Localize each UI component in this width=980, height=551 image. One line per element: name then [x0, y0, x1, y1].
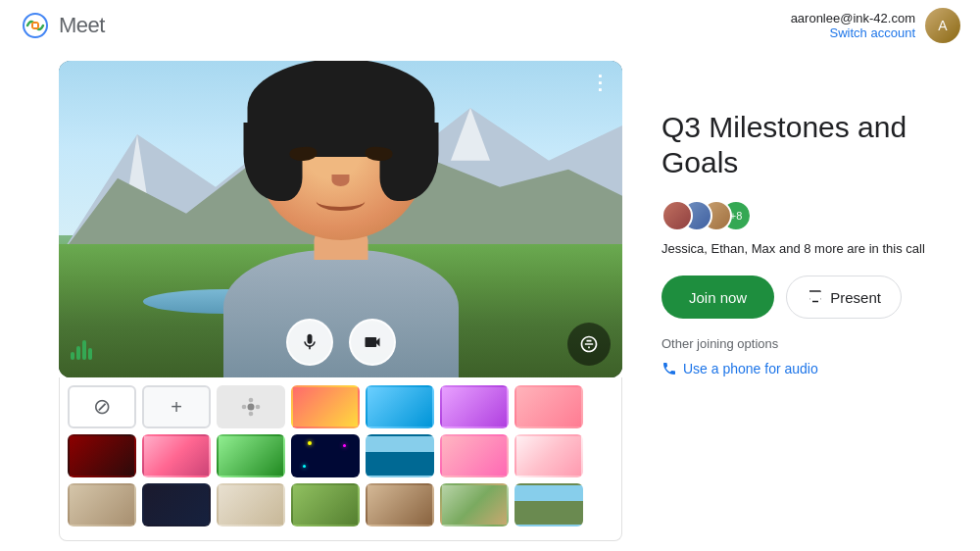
meeting-title: Q3 Milestones and Goals [662, 110, 951, 180]
svg-point-8 [248, 404, 255, 411]
present-label: Present [830, 289, 881, 306]
bg-beach-option[interactable] [366, 385, 434, 428]
svg-point-12 [249, 412, 254, 417]
app-title: Meet [59, 13, 105, 38]
join-buttons-group: Join now Present [662, 276, 951, 319]
bg-blur-option[interactable] [217, 385, 285, 428]
bg-room1-option[interactable] [68, 483, 136, 526]
account-section: aaronlee@ink-42.com Switch account A [791, 8, 960, 43]
bg-room2-option[interactable] [217, 483, 285, 526]
effects-button[interactable] [567, 323, 611, 366]
bg-fireworks-option[interactable] [291, 434, 360, 477]
bg-nature-option[interactable] [217, 434, 285, 477]
bg-dark-red-option[interactable] [68, 434, 136, 477]
avatar[interactable]: A [925, 8, 960, 43]
account-info: aaronlee@ink-42.com Switch account [791, 11, 915, 40]
bg-mountains-option[interactable] [514, 483, 583, 526]
person-nose [332, 175, 350, 186]
svg-point-10 [256, 405, 261, 410]
more-options-button[interactable]: ⋮ [590, 71, 611, 94]
present-icon [807, 288, 824, 306]
meet-logo-icon [20, 10, 51, 41]
person-hair-left [243, 123, 302, 201]
bg-shelf-option[interactable] [366, 483, 434, 526]
blur-icon [237, 393, 265, 421]
video-preview: ⋮ [59, 61, 622, 377]
person-head [255, 69, 426, 240]
main-content: ⋮ [0, 51, 980, 551]
present-button[interactable]: Present [786, 276, 902, 319]
mic-icon [300, 332, 319, 352]
bg-sakura-option[interactable] [514, 434, 583, 477]
bg-floral-option[interactable] [142, 434, 211, 477]
bg-row-2 [68, 434, 613, 477]
bg-garden-option[interactable] [291, 483, 360, 526]
svg-point-11 [249, 398, 254, 403]
phone-audio-option[interactable]: Use a phone for audio [662, 361, 951, 376]
bg-row-1: ⊘ + [68, 385, 613, 428]
effects-icon [579, 334, 599, 354]
person-eye-right [365, 146, 393, 161]
join-now-button[interactable]: Join now [662, 276, 774, 319]
account-email: aaronlee@ink-42.com [791, 11, 915, 25]
bg-pink-option[interactable] [514, 385, 583, 428]
camera-button[interactable] [349, 319, 396, 366]
app-header: Meet aaronlee@ink-42.com Switch account … [0, 0, 980, 51]
video-controls [59, 319, 622, 366]
logo: Meet [20, 10, 105, 41]
right-panel: Q3 Milestones and Goals +8 Jessica, Etha… [662, 61, 951, 541]
person-hair-right [379, 123, 438, 201]
bg-pink2-option[interactable] [440, 434, 509, 477]
person-eye-left [289, 146, 318, 161]
bg-ocean-option[interactable] [366, 434, 434, 477]
participants-row: +8 [662, 200, 951, 231]
bg-row-3 [68, 483, 613, 526]
phone-icon [662, 361, 677, 376]
participant-avatar-jessica [662, 200, 693, 231]
mic-button[interactable] [286, 319, 333, 366]
camera-icon [363, 332, 382, 352]
svg-point-9 [242, 405, 247, 410]
bg-horses-option[interactable] [440, 483, 509, 526]
other-options-label: Other joining options [662, 336, 951, 351]
bg-sunset-option[interactable] [291, 385, 360, 428]
bg-add-option[interactable]: + [142, 385, 211, 428]
switch-account-link[interactable]: Switch account [791, 25, 915, 40]
bg-purple-option[interactable] [440, 385, 509, 428]
phone-audio-label: Use a phone for audio [683, 361, 818, 376]
bg-dark2-option[interactable] [142, 483, 211, 526]
bg-none-option[interactable]: ⊘ [68, 385, 136, 428]
person-smile [317, 191, 366, 211]
background-picker: ⊘ + [59, 377, 622, 541]
participants-text: Jessica, Ethan, Max and 8 more are in th… [662, 241, 951, 256]
camera-panel: ⋮ [59, 61, 622, 541]
